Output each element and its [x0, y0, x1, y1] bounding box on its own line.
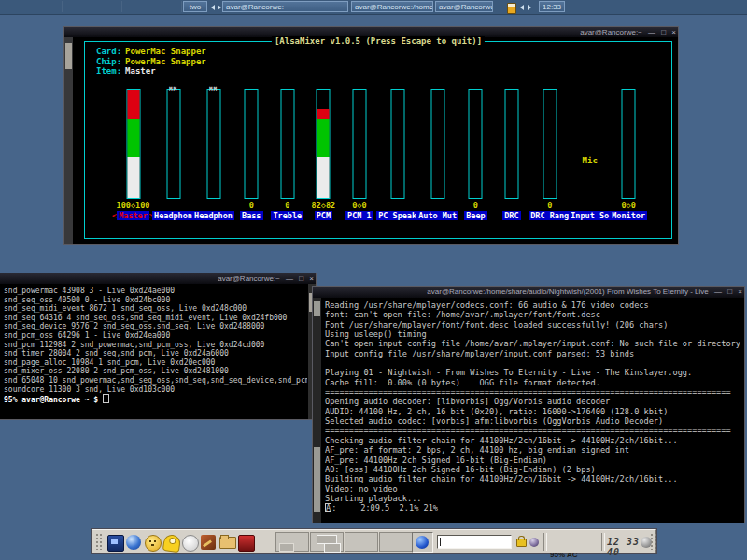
terminal-content: snd_powermac 43908 3 - Live 0xd24ae000sn…: [0, 284, 316, 419]
channel-label[interactable]: Input So: [569, 211, 611, 221]
taskbar-window-button[interactable]: avar@Rancorwe:~: [222, 1, 348, 12]
empty-slot: [2, 1, 63, 12]
aim-icon[interactable]: [162, 534, 181, 553]
info-label: Chip:: [96, 57, 121, 66]
scrollbar-thumb[interactable]: [314, 301, 320, 316]
pager-window: [279, 543, 294, 552]
separator: [543, 533, 547, 551]
channel-name: Auto Mut: [416, 211, 458, 220]
close-button[interactable]: ×: [309, 273, 314, 284]
pager-cell[interactable]: [310, 532, 344, 552]
minimize-button[interactable]: —: [714, 287, 722, 298]
prev-workspace-icon[interactable]: [211, 5, 215, 10]
channel-label[interactable]: PC Speak: [376, 211, 418, 221]
channel-value: [587, 201, 592, 211]
minimize-button[interactable]: —: [286, 273, 293, 284]
next-window-icon[interactable]: [528, 5, 531, 10]
titlebar[interactable]: avar@Rancorwe:/home/share/audio/Nightwis…: [313, 287, 744, 298]
channel-name: PCM 1: [345, 211, 374, 220]
channel-label[interactable]: Headphon: [152, 211, 194, 221]
mixer-channel[interactable]: Auto Mut: [417, 89, 458, 221]
pager-cell[interactable]: [345, 532, 378, 552]
package-icon[interactable]: [238, 535, 255, 552]
drag-handle[interactable]: [95, 533, 102, 550]
terminal-line: Reading /usr/share/mplayer/codecs.conf: …: [325, 301, 741, 310]
mixer-channel[interactable]: 0DRC Rang: [529, 89, 570, 221]
bar-fill-segment: [127, 157, 139, 198]
mixer-channel[interactable]: MM Headphon: [153, 89, 193, 221]
prev-window-icon[interactable]: [520, 5, 524, 10]
folder-icon[interactable]: [219, 537, 236, 549]
channel-label[interactable]: <Master>: [112, 211, 154, 221]
pager-cell[interactable]: [379, 532, 413, 552]
mixer-channel[interactable]: MM Headphon: [193, 89, 233, 221]
terminal-line: AUDIO: 44100 Hz, 2 ch, 16 bit (0x20), ra…: [325, 407, 741, 416]
drag-handle[interactable]: [650, 533, 656, 550]
mixer-channel[interactable]: 0Beep: [458, 89, 494, 221]
next-workspace-icon[interactable]: [218, 5, 221, 10]
channel-label[interactable]: Bass: [240, 211, 262, 221]
beer-icon[interactable]: [507, 3, 516, 14]
titlebar[interactable]: avar@Rancorwe:~ — □ ×: [0, 273, 316, 284]
channel-label[interactable]: Beep: [464, 211, 486, 221]
mplayer-terminal-window: avar@Rancorwe:/home/share/audio/Nightwis…: [312, 286, 745, 523]
channel-label[interactable]: DRC Rang: [529, 211, 571, 221]
mixer-channel[interactable]: 0◇0PCM 1: [342, 89, 378, 221]
top-taskbar: two avar@Rancorwe:~avar@Rancorwe:/home/a…: [0, 0, 747, 15]
taskbar-window-button[interactable]: avar@Rancorwe:/home/: [351, 1, 433, 12]
terminal-line: AO: [oss] 44100Hz 2ch Signed 16-bit (Big…: [325, 465, 741, 474]
workspace-button[interactable]: two: [183, 1, 207, 12]
minimize-button[interactable]: —: [648, 27, 655, 37]
scrollbar-thumb[interactable]: [65, 43, 72, 69]
mixer-channel[interactable]: 0Treble: [270, 89, 306, 221]
mixer-volume-bar: [166, 89, 180, 199]
mixer-volume-bar: [390, 89, 404, 199]
channel-label[interactable]: Auto Mut: [416, 211, 458, 221]
pager-cell[interactable]: [275, 532, 309, 552]
channel-label[interactable]: Treble: [271, 211, 303, 221]
command-input[interactable]: [437, 535, 512, 549]
mixer-channel[interactable]: 82◇82PCM: [305, 89, 342, 221]
mixer-channel[interactable]: Mic Input So: [570, 89, 610, 221]
globe-icon: [416, 536, 429, 549]
scrollbar[interactable]: [313, 298, 321, 523]
mixer-channel[interactable]: PC Speak: [377, 89, 417, 221]
channel-label[interactable]: PCM: [315, 211, 332, 221]
orb-icon[interactable]: [529, 538, 539, 547]
maximize-button[interactable]: □: [727, 287, 732, 298]
maximize-button[interactable]: □: [299, 273, 303, 284]
notes-icon[interactable]: [182, 535, 199, 552]
mixer-channel[interactable]: 0◇0Monitor: [610, 89, 647, 221]
mixer-volume-bar: [317, 89, 331, 199]
channel-label[interactable]: Monitor: [610, 211, 647, 221]
close-button[interactable]: ×: [738, 287, 742, 298]
padlock-icon[interactable]: [516, 539, 527, 547]
mixer-channel[interactable]: DRC: [494, 89, 530, 221]
terminal-icon[interactable]: [107, 535, 124, 552]
bottom-taskbar: 95% AC 00:-1 12 33 40: [92, 529, 656, 553]
channel-name: PC Speak: [376, 211, 418, 220]
mute-indicator: MM: [209, 85, 218, 91]
paint-icon[interactable]: [201, 535, 216, 550]
browser-icon[interactable]: [126, 535, 141, 550]
mixer-channel[interactable]: 100◇100<Master>: [113, 89, 153, 221]
mixer-volume-bar: [469, 89, 483, 199]
scrollbar-thumb[interactable]: [314, 447, 320, 512]
close-button[interactable]: ×: [671, 27, 676, 37]
channel-label[interactable]: PCM 1: [345, 211, 374, 221]
scrollbar[interactable]: [64, 37, 73, 244]
channel-value: 0: [285, 201, 289, 211]
web-button[interactable]: [412, 532, 433, 553]
taskbar-window-button[interactable]: avar@Rancorwe:~: [435, 1, 493, 12]
maximize-button[interactable]: □: [661, 27, 666, 37]
terminal-line: snd 65048 10 snd_powermac,snd_seq_oss,sn…: [4, 376, 307, 385]
mixer-channel[interactable]: 0Bass: [233, 89, 270, 221]
channel-value: 0◇0: [352, 201, 366, 211]
chat-icon[interactable]: [145, 535, 162, 552]
empty-slot: [62, 1, 122, 12]
channel-value: [435, 201, 440, 211]
window-title: avar@Rancorwe:~: [218, 274, 280, 283]
channel-label[interactable]: Headphon: [192, 211, 234, 221]
channel-label[interactable]: DRC: [502, 211, 520, 221]
alsamixer-title: [AlsaMixer v1.0.5 (Press Escape to quit)…: [272, 36, 485, 46]
